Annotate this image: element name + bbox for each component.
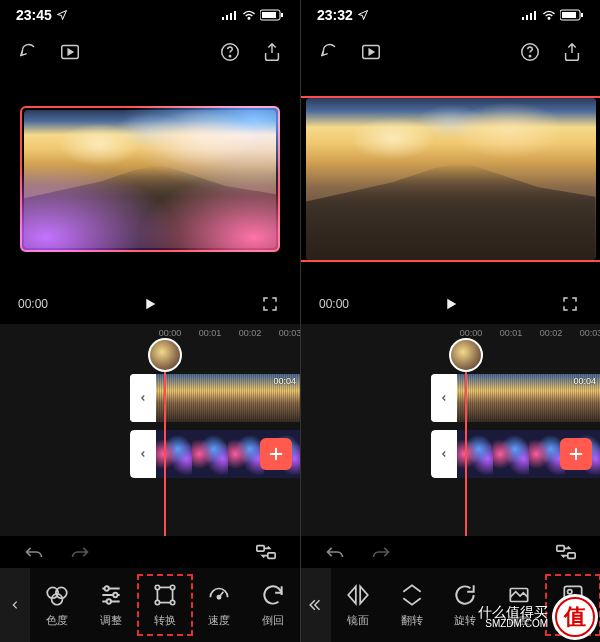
svg-rect-1 [226, 15, 228, 20]
clip-trim-handle[interactable] [130, 430, 156, 478]
tool-adjust[interactable]: 调整 [87, 578, 135, 632]
tool-fill[interactable]: 填充 [549, 578, 597, 632]
preview-image-frame[interactable] [306, 98, 596, 260]
play-button[interactable] [439, 292, 463, 316]
tool-flip[interactable]: 翻转 [388, 578, 436, 632]
fullscreen-button[interactable] [558, 292, 582, 316]
svg-point-20 [155, 585, 159, 589]
playhead-knob[interactable] [148, 338, 182, 372]
clip-trim-handle[interactable] [130, 374, 156, 422]
status-time: 23:45 [16, 7, 52, 23]
toolbar-back-button[interactable] [301, 568, 331, 642]
help-icon[interactable] [218, 40, 242, 64]
clip-selection-frame[interactable] [20, 106, 280, 252]
timeline[interactable]: 00:00 00:01 00:02 00:03 00:04 [0, 324, 300, 536]
tool-transform[interactable]: 转换 [141, 578, 189, 632]
svg-rect-2 [230, 13, 232, 20]
current-time: 00:00 [18, 297, 48, 311]
svg-point-35 [529, 55, 530, 56]
playhead-knob[interactable] [449, 338, 483, 372]
ruler-tick: 00:00 [451, 328, 491, 338]
adjust-icon [98, 582, 124, 608]
svg-rect-6 [262, 12, 276, 18]
ruler-tick: 00:03 [571, 328, 600, 338]
tool-adjust2[interactable]: 调整 [495, 578, 543, 632]
tool-speed[interactable]: 速度 [195, 578, 243, 632]
redo-button[interactable] [369, 540, 393, 564]
svg-point-21 [170, 585, 174, 589]
phone-left: 23:45 [0, 0, 300, 642]
svg-rect-25 [522, 17, 524, 20]
tool-label: 填充 [562, 613, 584, 628]
wifi-icon [242, 10, 256, 20]
tool-color[interactable]: 色度 [33, 578, 81, 632]
signal-icon [222, 10, 238, 20]
ruler-tick: 00:01 [491, 328, 531, 338]
status-bar: 23:45 [0, 0, 300, 30]
svg-point-18 [107, 599, 111, 603]
tool-mirror[interactable]: 镜面 [334, 578, 382, 632]
tool-label: 色度 [46, 613, 68, 628]
toolbar-back-button[interactable] [0, 568, 30, 642]
svg-rect-12 [268, 553, 275, 559]
phone-right: 23:32 [300, 0, 600, 642]
preview-image [306, 98, 596, 260]
reorder-button[interactable] [254, 540, 278, 564]
add-clip-button[interactable] [560, 438, 592, 470]
preview-icon[interactable] [58, 40, 82, 64]
ruler-tick: 00:01 [190, 328, 230, 338]
preview-area[interactable] [0, 74, 300, 284]
reverse-icon [260, 582, 286, 608]
tool-label: 调整 [508, 613, 530, 628]
timeline[interactable]: 00:00 00:01 00:02 00:03 00:04 [301, 324, 600, 536]
ruler-tick: 00:00 [150, 328, 190, 338]
undo-row [301, 536, 600, 568]
tool-rotate[interactable]: 旋转 [441, 578, 489, 632]
share-icon[interactable] [260, 40, 284, 64]
status-time: 23:32 [317, 7, 353, 23]
top-toolbar [301, 30, 600, 74]
tool-label: 旋转 [454, 613, 476, 628]
back-icon[interactable] [317, 40, 341, 64]
time-ruler: 00:00 00:01 00:02 00:03 [0, 324, 300, 342]
undo-button[interactable] [22, 540, 46, 564]
play-button[interactable] [138, 292, 162, 316]
battery-icon [560, 9, 584, 21]
svg-rect-7 [281, 13, 283, 17]
svg-point-29 [548, 18, 550, 20]
transport-row: 00:00 [301, 284, 600, 324]
wifi-icon [542, 10, 556, 20]
share-icon[interactable] [560, 40, 584, 64]
transform-icon [152, 582, 178, 608]
bottom-toolbar: 色度调整转换速度倒回 [0, 568, 300, 642]
video-track[interactable]: 00:04 [431, 374, 600, 422]
preview-icon[interactable] [359, 40, 383, 64]
redo-button[interactable] [68, 540, 92, 564]
preview-area[interactable] [301, 74, 600, 284]
svg-point-40 [568, 590, 572, 594]
tool-label: 速度 [208, 613, 230, 628]
tool-reverse[interactable]: 倒回 [249, 578, 297, 632]
clip-duration: 00:04 [273, 376, 296, 386]
clip-trim-handle[interactable] [431, 374, 457, 422]
tool-label: 镜面 [347, 613, 369, 628]
back-icon[interactable] [16, 40, 40, 64]
video-track[interactable]: 00:04 [130, 374, 300, 422]
svg-rect-32 [581, 13, 583, 17]
help-icon[interactable] [518, 40, 542, 64]
playhead-line [164, 370, 166, 536]
svg-point-23 [170, 600, 174, 604]
ruler-tick: 00:02 [531, 328, 571, 338]
clip-duration: 00:04 [573, 376, 596, 386]
color-icon [44, 582, 70, 608]
reorder-button[interactable] [554, 540, 578, 564]
location-icon [357, 9, 369, 21]
undo-button[interactable] [323, 540, 347, 564]
clip-trim-handle[interactable] [431, 430, 457, 478]
flip-icon [399, 582, 425, 608]
add-clip-button[interactable] [260, 438, 292, 470]
bottom-toolbar: 镜面翻转旋转调整填充 [301, 568, 600, 642]
fullscreen-button[interactable] [258, 292, 282, 316]
svg-point-17 [113, 593, 117, 597]
playhead-line [465, 370, 467, 536]
